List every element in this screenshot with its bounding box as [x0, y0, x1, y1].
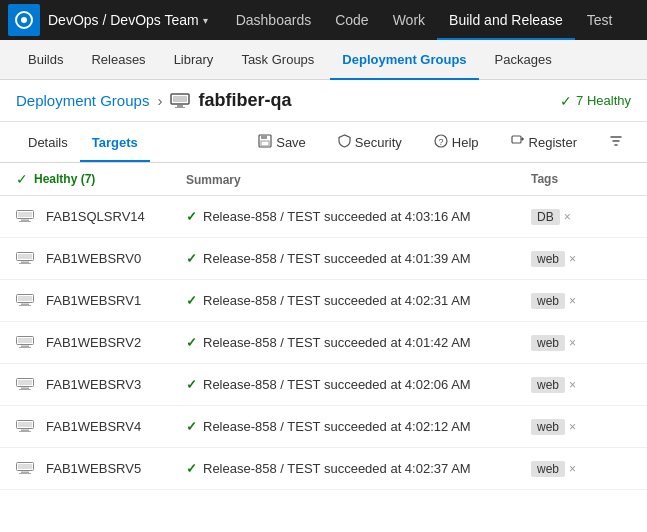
save-button[interactable]: Save — [250, 128, 314, 156]
tag-remove-icon[interactable]: × — [569, 294, 576, 308]
server-icon — [16, 336, 34, 350]
summary-text: ✓ Release-858 / TEST succeeded at 4:02:0… — [186, 377, 531, 392]
svg-rect-24 — [21, 304, 29, 306]
server-name[interactable]: FAB1WEBSRV1 — [46, 293, 141, 308]
row-name-col: FAB1WEBSRV3 — [16, 377, 186, 392]
table-row: FAB1WEBSRV1 ✓ Release-858 / TEST succeed… — [0, 280, 647, 322]
row-name-col: FAB1WEBSRV4 — [16, 419, 186, 434]
help-label: Help — [452, 135, 479, 150]
row-tags-col: web × — [531, 335, 631, 351]
top-nav-item-work[interactable]: Work — [381, 0, 437, 40]
svg-rect-31 — [18, 380, 32, 385]
tag-remove-icon[interactable]: × — [569, 378, 576, 392]
healthy-check-icon: ✓ — [560, 93, 572, 109]
row-tags-col: DB × — [531, 209, 631, 225]
row-name-col: FAB1WEBSRV2 — [16, 335, 186, 350]
security-icon — [338, 134, 351, 151]
summary-value: Release-858 / TEST succeeded at 4:03:16 … — [203, 209, 471, 224]
success-check-icon: ✓ — [186, 209, 197, 224]
summary-text: ✓ Release-858 / TEST succeeded at 4:02:3… — [186, 461, 531, 476]
tag-badge[interactable]: web — [531, 377, 565, 393]
register-icon — [511, 134, 525, 151]
success-check-icon: ✓ — [186, 461, 197, 476]
tag-remove-icon[interactable]: × — [569, 462, 576, 476]
table-row: FAB1WEBSRV4 ✓ Release-858 / TEST succeed… — [0, 406, 647, 448]
second-nav-builds[interactable]: Builds — [16, 40, 75, 80]
org-name[interactable]: DevOps / DevOps Team — [48, 12, 199, 28]
server-name[interactable]: FAB1WEBSRV3 — [46, 377, 141, 392]
tag-badge[interactable]: web — [531, 461, 565, 477]
second-nav-releases[interactable]: Releases — [79, 40, 157, 80]
breadcrumb-link[interactable]: Deployment Groups — [16, 92, 149, 109]
success-check-icon: ✓ — [186, 293, 197, 308]
success-check-icon: ✓ — [186, 251, 197, 266]
table-body: FAB1SQLSRV14 ✓ Release-858 / TEST succee… — [0, 196, 647, 490]
summary-value: Release-858 / TEST succeeded at 4:01:39 … — [203, 251, 471, 266]
tag-badge[interactable]: web — [531, 419, 565, 435]
tag-remove-icon[interactable]: × — [569, 252, 576, 266]
server-name[interactable]: FAB1WEBSRV5 — [46, 461, 141, 476]
server-name[interactable]: FAB1WEBSRV0 — [46, 251, 141, 266]
tab-targets[interactable]: Targets — [80, 122, 150, 162]
col-header-summary: Summary — [186, 172, 531, 187]
tag-badge[interactable]: web — [531, 335, 565, 351]
top-nav-item-build-release[interactable]: Build and Release — [437, 0, 575, 40]
svg-rect-27 — [18, 338, 32, 343]
register-button[interactable]: Register — [503, 128, 585, 156]
tag-remove-icon[interactable]: × — [569, 420, 576, 434]
summary-value: Release-858 / TEST succeeded at 4:02:31 … — [203, 293, 471, 308]
tag-badge[interactable]: web — [531, 293, 565, 309]
summary-value: Release-858 / TEST succeeded at 4:01:42 … — [203, 335, 471, 350]
server-name[interactable]: FAB1WEBSRV4 — [46, 419, 141, 434]
summary-header-label: Summary — [186, 173, 241, 187]
tag-remove-icon[interactable]: × — [564, 210, 571, 224]
security-button[interactable]: Security — [330, 128, 410, 156]
svg-text:?: ? — [438, 137, 443, 147]
tag-remove-icon[interactable]: × — [569, 336, 576, 350]
svg-rect-7 — [261, 135, 267, 139]
help-button[interactable]: ? Help — [426, 128, 487, 156]
filter-button[interactable] — [601, 128, 631, 156]
row-summary-col: ✓ Release-858 / TEST succeeded at 4:03:1… — [186, 209, 531, 224]
tag-badge[interactable]: web — [531, 251, 565, 267]
server-name[interactable]: FAB1SQLSRV14 — [46, 209, 145, 224]
svg-rect-32 — [21, 388, 29, 390]
row-summary-col: ✓ Release-858 / TEST succeeded at 4:02:3… — [186, 461, 531, 476]
server-icon — [16, 420, 34, 434]
svg-rect-16 — [21, 220, 29, 222]
breadcrumb-current: fabfiber-qa — [198, 90, 291, 111]
svg-rect-41 — [19, 473, 31, 474]
row-summary-col: ✓ Release-858 / TEST succeeded at 4:02:1… — [186, 419, 531, 434]
summary-value: Release-858 / TEST succeeded at 4:02:12 … — [203, 419, 471, 434]
success-check-icon: ✓ — [186, 419, 197, 434]
tag-badge[interactable]: DB — [531, 209, 560, 225]
tab-details[interactable]: Details — [16, 122, 80, 162]
svg-rect-28 — [21, 346, 29, 348]
svg-rect-3 — [173, 96, 187, 102]
row-name-col: FAB1SQLSRV14 — [16, 209, 186, 224]
row-tags-col: web × — [531, 419, 631, 435]
row-tags-col: web × — [531, 377, 631, 393]
second-nav-packages[interactable]: Packages — [483, 40, 564, 80]
svg-rect-23 — [18, 296, 32, 301]
help-icon: ? — [434, 134, 448, 151]
org-chevron-icon[interactable]: ▾ — [203, 15, 208, 26]
server-name[interactable]: FAB1WEBSRV2 — [46, 335, 141, 350]
svg-rect-21 — [19, 263, 31, 264]
second-nav-deployment-groups[interactable]: Deployment Groups — [330, 40, 478, 80]
tags-header-label: Tags — [531, 172, 558, 186]
second-nav-task-groups[interactable]: Task Groups — [229, 40, 326, 80]
second-nav-library[interactable]: Library — [162, 40, 226, 80]
svg-rect-4 — [177, 105, 183, 107]
healthy-badge: ✓ 7 Healthy — [560, 93, 631, 109]
server-icon — [16, 252, 34, 266]
top-nav-item-code[interactable]: Code — [323, 0, 380, 40]
row-tags-col: web × — [531, 251, 631, 267]
top-nav-item-test[interactable]: Test — [575, 0, 625, 40]
col-header-name: ✓ Healthy (7) — [16, 171, 186, 187]
table-row: FAB1WEBSRV5 ✓ Release-858 / TEST succeed… — [0, 448, 647, 490]
top-nav-item-dashboards[interactable]: Dashboards — [224, 0, 324, 40]
svg-rect-15 — [18, 212, 32, 217]
save-label: Save — [276, 135, 306, 150]
logo[interactable] — [8, 4, 40, 36]
